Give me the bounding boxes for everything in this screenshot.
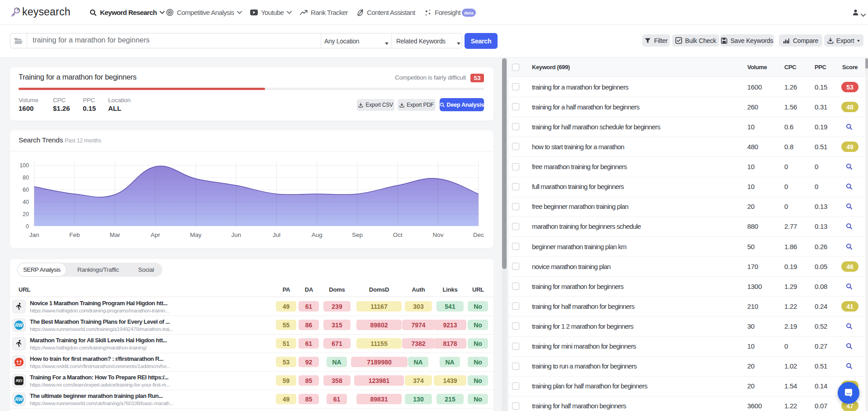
svg-text:Jul: Jul — [273, 231, 280, 238]
svg-text:100: 100 — [19, 162, 29, 169]
svg-text:RW: RW — [15, 323, 24, 328]
svg-text:Jan: Jan — [29, 231, 39, 238]
svg-text:Dec: Dec — [473, 231, 484, 238]
svg-text:Nov: Nov — [433, 231, 444, 238]
svg-text:Apr: Apr — [151, 231, 161, 238]
svg-text:40: 40 — [23, 199, 29, 205]
svg-text:80: 80 — [23, 175, 29, 181]
svg-text:20: 20 — [23, 211, 29, 217]
svg-text:Aug: Aug — [312, 231, 323, 238]
svg-text:Feb: Feb — [69, 231, 80, 238]
svg-text:Oct: Oct — [393, 231, 403, 238]
svg-text:May: May — [190, 231, 202, 238]
svg-text:Sep: Sep — [352, 231, 363, 238]
svg-text:Mar: Mar — [110, 231, 121, 238]
svg-text:RW: RW — [15, 397, 24, 402]
svg-text:60: 60 — [23, 187, 29, 193]
svg-text:Jun: Jun — [231, 231, 241, 238]
svg-text:0: 0 — [26, 223, 29, 230]
svg-text:REI: REI — [16, 378, 23, 383]
